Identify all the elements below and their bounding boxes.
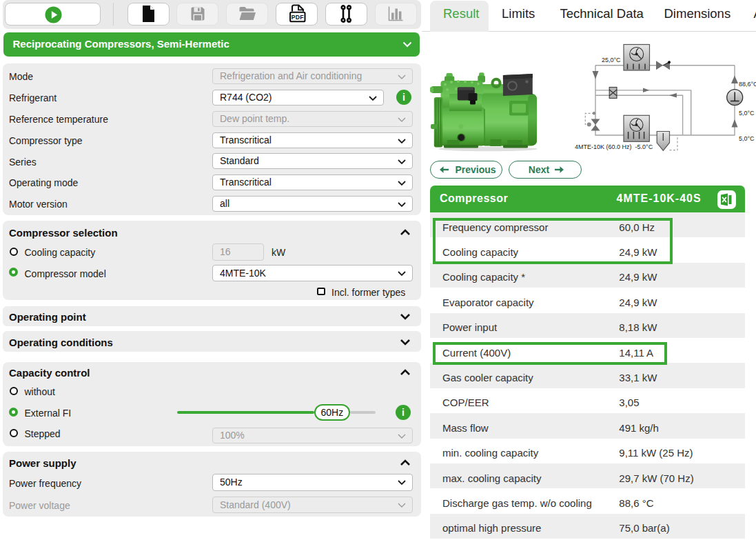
svg-text:4MTE-10K (60.0 Hz) -5.0°C: 4MTE-10K (60.0 Hz) -5.0°C [575,143,653,150]
svg-text:88,6°C: 88,6°C [739,81,756,88]
svg-text:PDF: PDF [291,14,303,21]
svg-text:5,0°C: 5,0°C [739,110,755,117]
svg-text:25,0°C: 25,0°C [602,57,621,63]
svg-text:5,0°C: 5,0°C [739,135,755,142]
